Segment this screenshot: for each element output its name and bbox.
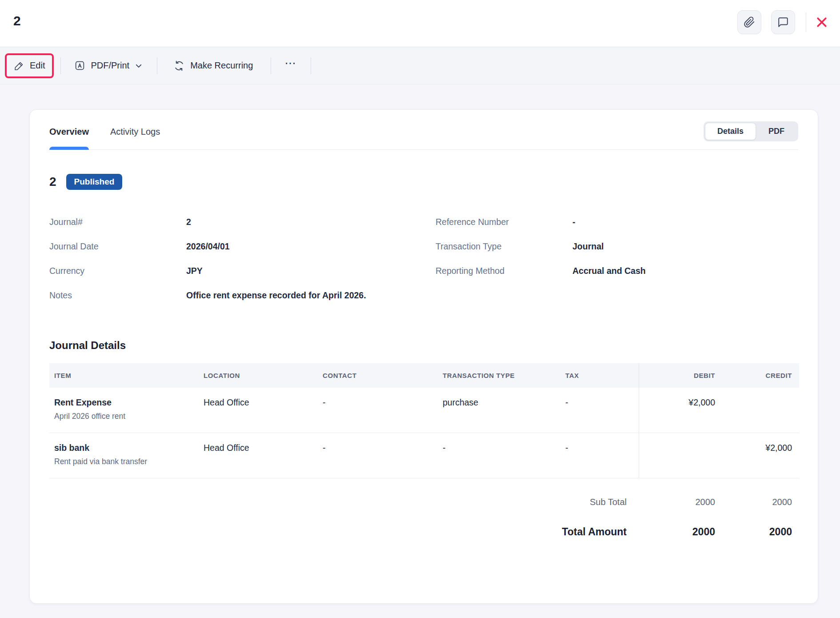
fields-left-column: Journal# 2 Journal Date 2026/04/01 Curre…	[49, 216, 436, 313]
table-row: sib bank Rent paid via bank transfer Hea…	[49, 433, 799, 478]
field-label: Currency	[49, 265, 186, 277]
paperclip-icon	[744, 16, 755, 28]
field-label: Journal Date	[49, 240, 186, 253]
field-reporting-method: Reporting Method Accrual and Cash	[436, 265, 798, 277]
recurring-icon	[173, 60, 185, 72]
sub-total-row: Sub Total 2000 2000	[49, 493, 799, 512]
tax-cell: -	[560, 388, 639, 433]
contact-cell: -	[318, 433, 438, 478]
pencil-icon	[14, 60, 24, 71]
transaction-type-cell: -	[438, 433, 560, 478]
totals-section: Sub Total 2000 2000 Total Amount 2000 20…	[49, 493, 799, 542]
debit-cell: ¥2,000	[639, 388, 722, 433]
top-header: 2	[0, 0, 840, 47]
debit-cell	[639, 433, 722, 478]
total-amount-label: Total Amount	[49, 526, 639, 538]
field-label: Journal#	[49, 216, 186, 228]
fields-right-column: Reference Number - Transaction Type Jour…	[436, 216, 798, 313]
field-value: 2026/04/01	[186, 240, 230, 253]
field-notes: Notes Office rent expense recorded for A…	[49, 289, 436, 301]
tax-cell: -	[560, 433, 639, 478]
field-value: Office rent expense recorded for April 2…	[186, 289, 366, 301]
item-name: sib bank	[54, 443, 193, 453]
toggle-pdf[interactable]: PDF	[756, 123, 797, 140]
more-button[interactable]: ⋯	[276, 55, 305, 76]
fields-section: Journal# 2 Journal Date 2026/04/01 Curre…	[49, 216, 798, 313]
total-amount-credit: 2000	[722, 526, 799, 538]
pdf-file-icon	[74, 60, 85, 71]
toolbar-divider	[271, 57, 271, 74]
edit-label: Edit	[30, 60, 45, 71]
pdf-print-button[interactable]: PDF/Print	[67, 55, 150, 76]
field-currency: Currency JPY	[49, 265, 436, 277]
sub-total-debit: 2000	[639, 497, 722, 507]
column-header-debit: DEBIT	[639, 363, 722, 388]
make-recurring-label: Make Recurring	[190, 60, 253, 71]
field-label: Notes	[49, 289, 186, 301]
sub-total-credit: 2000	[722, 497, 799, 507]
item-cell: Rent Expense April 2026 office rent	[49, 388, 199, 433]
tab-activity-logs[interactable]: Activity Logs	[110, 127, 160, 149]
field-journal-number: Journal# 2	[49, 216, 436, 228]
field-value: -	[572, 216, 576, 228]
comment-icon	[777, 16, 789, 28]
location-cell: Head Office	[199, 388, 318, 433]
toggle-details[interactable]: Details	[705, 123, 756, 140]
transaction-type-cell: purchase	[438, 388, 560, 433]
toolbar-divider	[311, 57, 311, 74]
field-journal-date: Journal Date 2026/04/01	[49, 240, 436, 253]
location-cell: Head Office	[199, 433, 318, 478]
journal-details-heading: Journal Details	[49, 339, 798, 352]
entry-number: 2	[49, 175, 56, 189]
journal-details-table: ITEM LOCATION CONTACT TRANSACTION TYPE T…	[49, 363, 799, 478]
field-label: Reference Number	[436, 216, 572, 228]
make-recurring-button[interactable]: Make Recurring	[166, 55, 260, 77]
item-description: Rent paid via bank transfer	[54, 457, 193, 466]
journal-detail-card: Overview Activity Logs Details PDF 2 Pub…	[29, 109, 818, 604]
toolbar: Edit PDF/Print Make Recurring	[0, 47, 840, 84]
column-header-location: LOCATION	[199, 363, 318, 388]
edit-button[interactable]: Edit	[7, 55, 52, 76]
header-divider	[806, 12, 806, 32]
status-badge: Published	[66, 174, 123, 190]
field-value: Journal	[572, 240, 604, 253]
total-amount-row: Total Amount 2000 2000	[49, 522, 799, 542]
sub-total-label: Sub Total	[49, 497, 639, 507]
item-name: Rent Expense	[54, 397, 193, 408]
item-cell: sib bank Rent paid via bank transfer	[49, 433, 199, 478]
header-actions	[728, 10, 834, 35]
contact-cell: -	[318, 388, 438, 433]
close-icon	[815, 16, 828, 29]
attachment-button[interactable]	[737, 10, 761, 34]
column-header-transaction-type: TRANSACTION TYPE	[438, 363, 560, 388]
page-title: 2	[13, 13, 21, 28]
pdf-print-label: PDF/Print	[91, 60, 129, 71]
field-transaction-type: Transaction Type Journal	[436, 240, 798, 253]
card-tabs: Overview Activity Logs Details PDF	[49, 110, 798, 150]
table-header-row: ITEM LOCATION CONTACT TRANSACTION TYPE T…	[49, 363, 799, 388]
entry-header: 2 Published	[49, 174, 798, 190]
field-value: 2	[186, 216, 191, 228]
toolbar-divider	[157, 57, 157, 74]
chevron-down-icon	[135, 62, 143, 70]
table-row: Rent Expense April 2026 office rent Head…	[49, 388, 799, 433]
field-reference-number: Reference Number -	[436, 216, 798, 228]
edit-highlight-box: Edit	[5, 53, 54, 78]
tab-overview[interactable]: Overview	[49, 127, 89, 149]
total-amount-debit: 2000	[639, 526, 722, 538]
comment-button[interactable]	[771, 10, 795, 34]
column-header-contact: CONTACT	[318, 363, 438, 388]
field-value: JPY	[186, 265, 203, 277]
column-header-item: ITEM	[49, 363, 199, 388]
column-header-tax: TAX	[560, 363, 639, 388]
column-header-credit: CREDIT	[722, 363, 799, 388]
field-value: Accrual and Cash	[572, 265, 646, 277]
close-button[interactable]	[810, 10, 834, 34]
item-description: April 2026 office rent	[54, 412, 193, 421]
credit-cell	[722, 388, 799, 433]
view-toggle: Details PDF	[704, 121, 798, 141]
field-label: Reporting Method	[436, 265, 572, 277]
field-label: Transaction Type	[436, 240, 572, 253]
toolbar-divider	[60, 57, 61, 74]
credit-cell: ¥2,000	[722, 433, 799, 478]
